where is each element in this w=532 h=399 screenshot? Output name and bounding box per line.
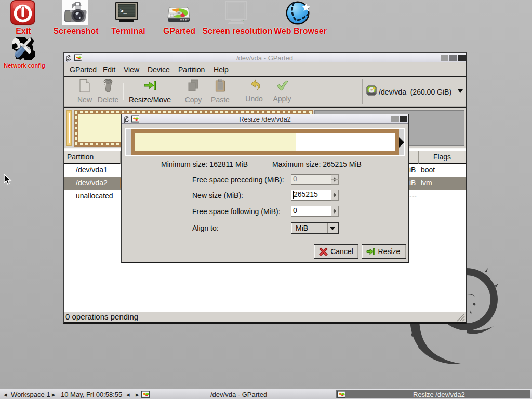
svg-text:>_: >_	[120, 8, 127, 15]
